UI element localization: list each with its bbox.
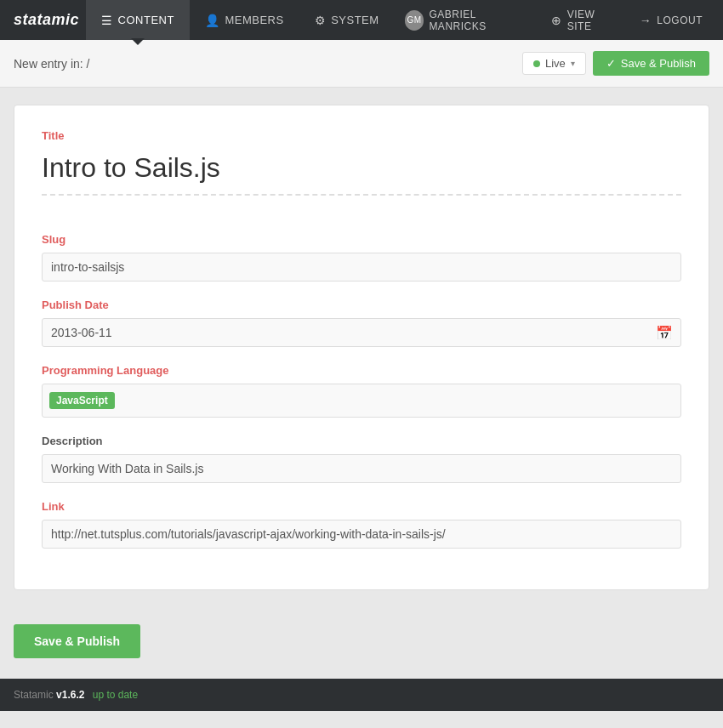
javascript-tag[interactable]: JavaScript	[49, 392, 115, 409]
link-input[interactable]	[42, 520, 681, 549]
slug-field-group: Slug	[42, 233, 681, 282]
save-publish-top-label: Save & Publish	[621, 57, 696, 70]
checkmark-icon: ✓	[606, 57, 616, 70]
main-content: Title Slug Publish Date 📅 Programming La…	[0, 88, 723, 607]
content-icon: ☰	[101, 14, 113, 27]
status-pill[interactable]: Live ▾	[522, 52, 586, 75]
status-dot	[533, 60, 540, 67]
slug-input[interactable]	[42, 253, 681, 282]
nav-user-label: GABRIEL MANRICKS	[429, 9, 531, 32]
programming-language-label: Programming Language	[42, 364, 681, 377]
save-publish-button-top[interactable]: ✓ Save & Publish	[593, 51, 709, 76]
nav-right: GM GABRIEL MANRICKS ⊕ VIEW SITE → LOGOUT	[395, 9, 723, 32]
avatar: GM	[405, 10, 424, 31]
members-icon: 👤	[205, 14, 220, 27]
app-logo: statamic	[14, 11, 79, 29]
page-footer: Statamic v1.6.2 up to date	[0, 679, 723, 711]
footer-uptodate: up to date	[93, 689, 138, 701]
nav-members-label: MEMBERS	[225, 14, 283, 26]
nav-item-content[interactable]: ☰ CONTENT	[86, 0, 190, 40]
status-label: Live	[545, 57, 566, 70]
nav-user[interactable]: GM GABRIEL MANRICKS	[395, 9, 542, 32]
save-publish-button-bottom[interactable]: Save & Publish	[14, 624, 140, 658]
logout-icon: →	[640, 14, 652, 27]
description-field-group: Description	[42, 435, 681, 483]
nav-logout[interactable]: → LOGOUT	[629, 14, 713, 27]
description-input[interactable]	[42, 454, 681, 483]
publish-date-field-group: Publish Date 📅	[42, 299, 681, 347]
viewsite-icon: ⊕	[551, 14, 562, 27]
form-card: Title Slug Publish Date 📅 Programming La…	[14, 105, 709, 590]
title-input[interactable]	[42, 149, 681, 196]
programming-language-field-group: Programming Language JavaScript	[42, 364, 681, 418]
nav-system-label: SYSTEM	[331, 14, 379, 26]
link-label: Link	[42, 500, 681, 513]
publish-date-input[interactable]	[42, 318, 681, 347]
nav-item-system[interactable]: ⚙ SYSTEM	[299, 0, 395, 40]
publish-date-label: Publish Date	[42, 299, 681, 311]
footer-info: Statamic v1.6.2 up to date	[14, 689, 138, 701]
nav-item-members[interactable]: 👤 MEMBERS	[190, 0, 299, 40]
tags-field[interactable]: JavaScript	[42, 384, 681, 418]
form-footer: Save & Publish	[0, 607, 723, 658]
nav-viewsite-label: VIEW SITE	[567, 9, 619, 32]
date-input-wrapper: 📅	[42, 318, 681, 347]
title-label: Title	[42, 129, 681, 142]
top-navigation: statamic ☰ CONTENT 👤 MEMBERS ⚙ SYSTEM GM…	[0, 0, 723, 40]
breadcrumb-path: /	[87, 57, 90, 71]
nav-logout-label: LOGOUT	[657, 14, 703, 26]
link-field-group: Link	[42, 500, 681, 549]
slug-label: Slug	[42, 233, 681, 246]
nav-items: ☰ CONTENT 👤 MEMBERS ⚙ SYSTEM	[86, 0, 395, 40]
breadcrumb-bar: New entry in: / Live ▾ ✓ Save & Publish	[0, 40, 723, 88]
footer-version: v1.6.2	[56, 689, 84, 701]
title-field-group: Title	[42, 129, 681, 216]
description-label: Description	[42, 435, 681, 447]
system-icon: ⚙	[315, 14, 327, 27]
nav-viewsite[interactable]: ⊕ VIEW SITE	[541, 9, 629, 32]
breadcrumb-prefix: New entry in:	[14, 57, 83, 71]
nav-content-label: CONTENT	[118, 14, 174, 26]
breadcrumb: New entry in: /	[14, 57, 522, 71]
footer-app-name: Statamic	[14, 689, 54, 701]
chevron-down-icon: ▾	[571, 59, 575, 68]
